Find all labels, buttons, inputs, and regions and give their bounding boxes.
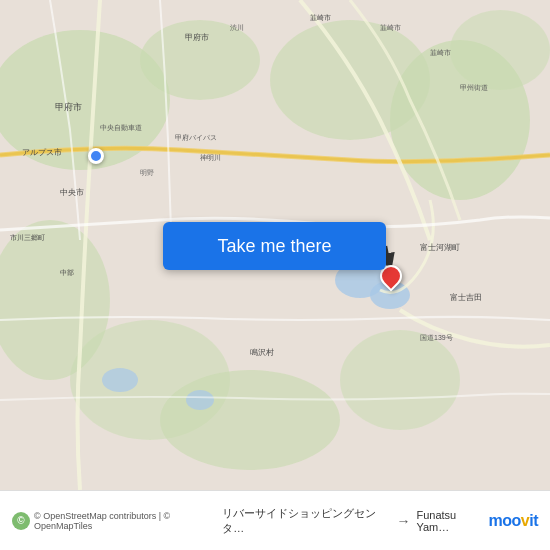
svg-text:韮崎市: 韮崎市 xyxy=(380,24,401,31)
svg-text:富士吉田: 富士吉田 xyxy=(450,293,482,302)
route-from-label: リバーサイドショッピングセンタ… xyxy=(222,506,390,536)
svg-point-2 xyxy=(140,20,260,100)
attribution-text: © OpenStreetMap contributors | © OpenMap… xyxy=(34,511,222,531)
map-attribution: © © OpenStreetMap contributors | © OpenM… xyxy=(12,511,222,531)
take-me-there-button[interactable]: Take me there xyxy=(163,222,386,270)
svg-text:甲府市: 甲府市 xyxy=(185,33,209,42)
svg-text:中央自動車道: 中央自動車道 xyxy=(100,124,142,131)
svg-text:国道139号: 国道139号 xyxy=(420,334,453,341)
svg-text:韮崎市: 韮崎市 xyxy=(430,49,451,56)
osm-logo: © xyxy=(12,512,30,530)
svg-text:アルプス市: アルプス市 xyxy=(22,148,62,157)
svg-text:鳴沢村: 鳴沢村 xyxy=(250,348,274,357)
svg-text:甲州街道: 甲州街道 xyxy=(460,84,488,91)
origin-marker xyxy=(88,148,104,164)
svg-text:明野: 明野 xyxy=(140,169,154,176)
svg-point-9 xyxy=(340,330,460,430)
svg-text:甲府バイパス: 甲府バイパス xyxy=(175,134,217,141)
route-arrow-icon: → xyxy=(396,513,410,529)
svg-text:市川三郷町: 市川三郷町 xyxy=(10,234,45,242)
svg-text:神明川: 神明川 xyxy=(200,154,221,161)
svg-text:渋川: 渋川 xyxy=(230,24,244,31)
svg-point-8 xyxy=(160,370,340,470)
svg-point-5 xyxy=(450,10,550,90)
svg-text:中央市: 中央市 xyxy=(60,188,84,197)
map-container: 甲府市 アルプス市 中央市 市川三郷町 甲府市 甲府バイパス 中部 渋川 韮崎市… xyxy=(0,0,550,490)
svg-text:富士河湖町: 富士河湖町 xyxy=(420,243,460,252)
svg-text:中部: 中部 xyxy=(60,269,74,276)
svg-text:韮崎市: 韮崎市 xyxy=(310,14,331,21)
svg-text:甲府市: 甲府市 xyxy=(55,102,82,112)
moovit-logo: moovit xyxy=(489,512,538,530)
svg-point-13 xyxy=(186,390,214,410)
bottom-bar: © © OpenStreetMap contributors | © OpenM… xyxy=(0,490,550,550)
route-to-label: Funatsu Yam… xyxy=(416,509,488,533)
route-info: リバーサイドショッピングセンタ… → Funatsu Yam… xyxy=(222,506,488,536)
svg-point-12 xyxy=(102,368,138,392)
